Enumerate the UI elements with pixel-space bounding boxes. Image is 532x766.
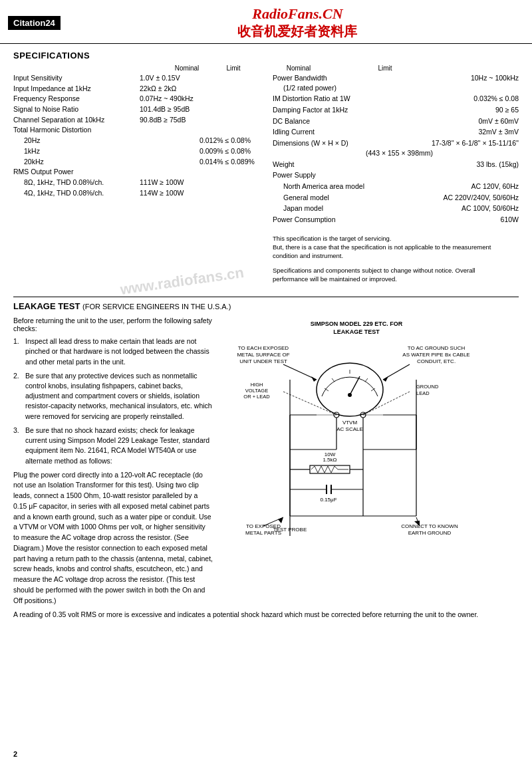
svg-text:HIGH: HIGH xyxy=(251,382,263,388)
spec-power-bandwidth: Power Bandwidth 10Hz ~ 100kHz (1/2 rated… xyxy=(273,73,519,92)
val-power-consumption: 610W xyxy=(501,215,519,225)
val-weight: 33 lbs. (15kg) xyxy=(476,160,519,170)
leakage-content: Before returning the unit to the user, p… xyxy=(13,317,519,606)
svg-text:VOLTAGE: VOLTAGE xyxy=(245,388,268,394)
svg-text:METAL PARTS: METAL PARTS xyxy=(245,530,281,536)
svg-text:CONNECT TO KNOWN: CONNECT TO KNOWN xyxy=(401,523,458,529)
spec-thd-20hz: 20Hz 0.012% ≤ 0.08% xyxy=(13,136,259,146)
svg-text:0.15μF: 0.15μF xyxy=(320,497,336,503)
leakage-intro: Before returning the unit to the user, p… xyxy=(13,317,213,332)
disclaimer2: Specifications and components subject to… xyxy=(273,266,499,284)
spec-im-distortion: IM Distortion Ratio at 1W 0.032% ≤ 0.08 xyxy=(273,94,519,104)
page-header: Citation24 RadioFans.CN 收音机爱好者资料库 xyxy=(0,0,532,44)
label-snr: Signal to Noise Ratio xyxy=(13,104,140,114)
label-frequency-response: Frequency Response xyxy=(13,94,140,104)
label-power-bandwidth: Power Bandwidth xyxy=(273,73,471,83)
label-dc-balance: DC Balance xyxy=(273,116,478,126)
spec-general-model: General model AC 220V/240V, 50/60Hz xyxy=(273,193,519,203)
label-rms-8ohm: 8Ω, 1kHz, THD 0.08%/ch. xyxy=(13,178,140,188)
spec-input-impedance: Input Impedance at 1kHz 22kΩ ± 2kΩ xyxy=(13,84,259,94)
label-power-supply: Power Supply xyxy=(273,170,519,180)
val-general-model: AC 220V/240V, 50/60Hz xyxy=(444,193,519,203)
page-number: 2 xyxy=(13,750,17,758)
spec-thd-1khz: 1kHz 0.009% ≤ 0.08% xyxy=(13,146,259,156)
spec-thd-header: Total Harmonic Distortion xyxy=(13,125,259,135)
svg-text:TO EXPOSED: TO EXPOSED xyxy=(246,523,281,529)
svg-text:UNIT UNDER TEST: UNIT UNDER TEST xyxy=(239,358,287,364)
spec-header-left: Nominal Limit xyxy=(13,64,259,72)
leakage-title: LEAKAGE TEST (FOR SERVICE ENGINEERS IN T… xyxy=(13,301,519,311)
leakage-item-1-num: 1. xyxy=(13,336,23,367)
val-power-bandwidth: 10Hz ~ 100kHz xyxy=(471,73,519,83)
label-north-america: North America area model xyxy=(273,182,471,192)
spec-japan-model: Japan model AC 100V, 50/60Hz xyxy=(273,203,519,213)
site-name: RadioFans.CN xyxy=(71,5,524,23)
spec-channel-separation: Channel Separation at 10kHz 90.8dB ≥ 75d… xyxy=(13,115,259,125)
spec-power-supply: Power Supply xyxy=(273,170,519,180)
val-channel-separation: 90.8dB ≥ 75dB xyxy=(140,115,200,125)
svg-text:LEAD: LEAD xyxy=(416,390,430,396)
val-rms-8ohm: 111W ≥ 100W xyxy=(140,178,200,188)
spec-damping: Damping Factor at 1kHz 90 ≥ 65 xyxy=(273,105,519,115)
main-content: SPECIFICATIONS Nominal Limit Input Sensi… xyxy=(0,44,532,627)
spec-input-sensitivity: Input Sensitivity 1.0V ± 0.15V xyxy=(13,73,259,83)
spec-title: SPECIFICATIONS xyxy=(13,51,519,61)
label-japan-model: Japan model xyxy=(273,203,462,213)
label-rms: RMS Output Power xyxy=(13,167,140,177)
leakage-footer: A reading of 0.35 volt RMS or more is ex… xyxy=(13,610,519,620)
limit-thd-20khz: 0.014% ≤ 0.089% xyxy=(200,157,259,167)
spec-right-column: Nominal Limit Power Bandwidth 10Hz ~ 100… xyxy=(273,64,519,283)
svg-text:CONDUIT, ETC.: CONDUIT, ETC. xyxy=(417,358,456,364)
label-input-sensitivity: Input Sensitivity xyxy=(13,73,140,83)
disclaimer1: This specification is the target of serv… xyxy=(273,234,499,261)
label-channel-separation: Channel Separation at 10kHz xyxy=(13,115,140,125)
svg-text:GROUND: GROUND xyxy=(416,384,439,390)
spec-idling-current: Idling Current 32mV ± 3mV xyxy=(273,127,519,137)
svg-text:METAL SURFACE OF: METAL SURFACE OF xyxy=(237,352,289,358)
val-snr: 101.4dB ≥ 95dB xyxy=(140,104,200,114)
leakage-item-2-text: Be sure that any protective devices such… xyxy=(25,371,213,422)
leakage-item-1: 1. Inspect all lead dress to make certai… xyxy=(13,336,213,367)
limit-thd-20hz: 0.012% ≤ 0.08% xyxy=(200,136,259,146)
label-thd-20khz: 20kHz xyxy=(13,157,140,167)
leakage-item-1-text: Inspect all lead dress to make certain t… xyxy=(25,336,213,367)
leakage-item-3-num: 3. xyxy=(13,426,23,466)
val-dimensions-mm: (443 × 155 × 398mm) xyxy=(366,149,433,157)
val-dc-balance: 0mV ± 60mV xyxy=(478,116,519,126)
label-thd: Total Harmonic Distortion xyxy=(13,125,140,135)
label-thd-1khz: 1kHz xyxy=(13,146,140,156)
svg-text:AC SCALE: AC SCALE xyxy=(336,426,363,432)
spec-dimensions: Dimensions (W × H × D) 17-3/8'' × 6-1/8'… xyxy=(273,138,519,158)
spec-left-column: Nominal Limit Input Sensitivity 1.0V ± 0… xyxy=(13,64,259,283)
leakage-section: LEAKAGE TEST (FOR SERVICE ENGINEERS IN T… xyxy=(13,297,519,620)
val-idling-current: 32mV ± 3mV xyxy=(478,127,519,137)
spec-header-right: Nominal Limit xyxy=(273,64,519,72)
spec-columns: Nominal Limit Input Sensitivity 1.0V ± 0… xyxy=(13,64,519,283)
val-frequency-response: 0.07Hz ~ 490kHz xyxy=(140,94,200,104)
spec-frequency-response: Frequency Response 0.07Hz ~ 490kHz xyxy=(13,94,259,104)
leakage-circuit-diagram: SIMPSON MODEL 229 ETC. FOR LEAKAGE TEST … xyxy=(223,317,489,543)
label-im-distortion: IM Distortion Ratio at 1W xyxy=(273,94,473,104)
label-power-consumption: Power Consumption xyxy=(273,215,501,225)
disclaimer2-text: Specifications and components subject to… xyxy=(273,266,499,284)
site-subtitle: 收音机爱好者资料库 xyxy=(71,23,524,41)
svg-text:SIMPSON MODEL 229 ETC. FOR: SIMPSON MODEL 229 ETC. FOR xyxy=(311,320,403,327)
val-im-distortion: 0.032% ≤ 0.08 xyxy=(473,94,519,104)
svg-point-19 xyxy=(348,393,352,397)
leakage-title-main: LEAKAGE TEST xyxy=(13,301,80,311)
spec-snr: Signal to Noise Ratio 101.4dB ≥ 95dB xyxy=(13,104,259,114)
svg-text:TO AC GROUND SUCH: TO AC GROUND SUCH xyxy=(408,345,466,351)
spec-rms-header: RMS Output Power xyxy=(13,167,259,177)
sub-power-bandwidth: (1/2 rated power) xyxy=(283,83,519,93)
label-idling-current: Idling Current xyxy=(273,127,478,137)
val-north-america: AC 120V, 60Hz xyxy=(471,182,519,192)
spec-north-america: North America area model AC 120V, 60Hz xyxy=(273,182,519,192)
specifications-section: SPECIFICATIONS Nominal Limit Input Sensi… xyxy=(13,51,519,283)
spec-thd-20khz: 20kHz 0.014% ≤ 0.089% xyxy=(13,157,259,167)
col-limit-right: Limit xyxy=(362,64,408,72)
spec-rms-4ohm: 4Ω, 1kHz, THD 0.08%/ch. 114W ≥ 100W xyxy=(13,188,259,198)
spec-weight: Weight 33 lbs. (15kg) xyxy=(273,160,519,170)
site-info: RadioFans.CN 收音机爱好者资料库 xyxy=(71,5,524,41)
spec-power-consumption: Power Consumption 610W xyxy=(273,215,519,225)
label-dimensions: Dimensions (W × H × D) xyxy=(273,138,432,148)
